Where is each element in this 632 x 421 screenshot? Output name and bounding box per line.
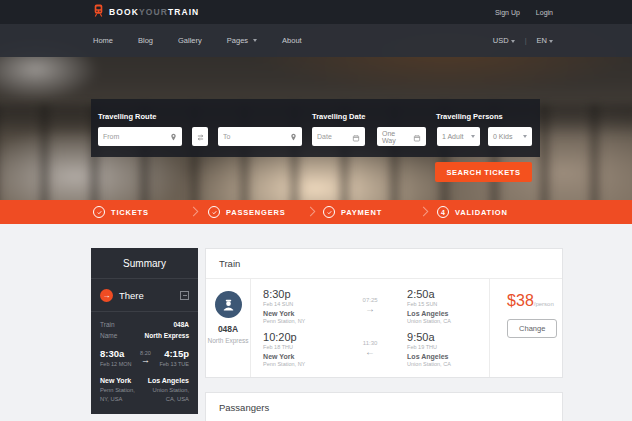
train-logo-icon <box>93 3 104 21</box>
step-separator-icon <box>189 207 199 217</box>
adults-value: 1 Adult <box>442 133 466 140</box>
trip-type-select[interactable]: One Way <box>377 127 426 146</box>
swap-route-button[interactable] <box>192 127 208 146</box>
page: BOOKYOURTRAIN Sign Up Login Home Blog Ga… <box>0 0 632 421</box>
nav-item-blog[interactable]: Blog <box>138 36 153 45</box>
swap-arrows-icon <box>196 128 205 146</box>
check-circle-icon <box>208 206 220 218</box>
language-selector[interactable]: EN <box>537 36 553 45</box>
caret-down-icon <box>511 40 515 43</box>
date-input[interactable] <box>317 133 349 140</box>
nav-item-home[interactable]: Home <box>93 36 113 45</box>
step-label: PASSENGERS <box>226 208 286 217</box>
location-pin-icon <box>170 128 177 146</box>
search-tickets-button[interactable]: SEARCH TICKETS <box>435 162 532 182</box>
kids-value: 0 Kids <box>493 133 518 140</box>
to-field[interactable] <box>218 127 302 146</box>
travelling-persons-label: Travelling Persons <box>436 112 503 121</box>
nav-separator: | <box>525 36 527 45</box>
calendar-icon <box>413 128 421 146</box>
caret-down-icon <box>523 135 527 138</box>
caret-down-icon <box>253 39 257 42</box>
topbar: BOOKYOURTRAIN Sign Up Login <box>0 0 632 24</box>
step-label: PAYMENT <box>341 208 382 217</box>
caret-down-icon <box>471 135 475 138</box>
to-input[interactable] <box>223 133 287 140</box>
progress-steps-bar: TICKETS PASSENGERS PAYMENT 4 VALIDATION <box>0 200 632 224</box>
step-validation[interactable]: 4 VALIDATION <box>437 200 508 224</box>
check-circle-icon <box>323 206 335 218</box>
caret-down-icon <box>549 40 553 43</box>
step-payment[interactable]: PAYMENT <box>323 200 382 224</box>
nav-item-about[interactable]: About <box>282 36 302 45</box>
nav-item-pages[interactable]: Pages <box>227 36 257 45</box>
calendar-icon <box>352 128 360 146</box>
check-circle-icon <box>93 206 105 218</box>
logo-text: BOOKYOURTRAIN <box>109 7 199 17</box>
currency-selector[interactable]: USD <box>493 36 515 45</box>
logo[interactable]: BOOKYOURTRAIN <box>93 3 199 21</box>
travelling-route-label: Travelling Route <box>98 112 156 121</box>
step-separator-icon <box>306 207 316 217</box>
step-separator-icon <box>419 207 429 217</box>
nav-item-gallery[interactable]: Gallery <box>178 36 202 45</box>
navbar: Home Blog Gallery Pages About USD | EN <box>0 24 632 57</box>
location-pin-icon <box>290 128 297 146</box>
signup-link[interactable]: Sign Up <box>495 9 520 16</box>
step-label: VALIDATION <box>455 208 508 217</box>
trip-type-value: One Way <box>382 130 410 144</box>
from-field[interactable] <box>98 127 182 146</box>
number-4-circle-icon: 4 <box>437 206 449 218</box>
travelling-date-label: Travelling Date <box>312 112 365 121</box>
login-link[interactable]: Login <box>536 9 553 16</box>
date-field[interactable] <box>312 127 365 146</box>
adults-select[interactable]: 1 Adult <box>437 127 480 146</box>
step-passengers[interactable]: PASSENGERS <box>208 200 286 224</box>
step-tickets[interactable]: TICKETS <box>93 200 149 224</box>
kids-select[interactable]: 0 Kids <box>488 127 532 146</box>
step-label: TICKETS <box>111 208 149 217</box>
from-input[interactable] <box>103 133 167 140</box>
